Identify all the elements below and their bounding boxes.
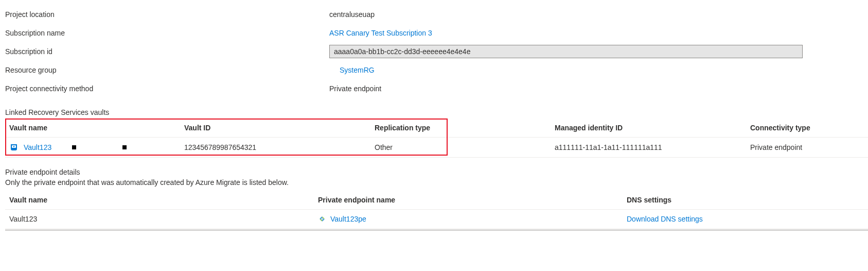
vault-icon [9, 143, 19, 152]
col-replication-type: Replication type [370, 118, 551, 138]
project-location-label: Project location [5, 10, 329, 19]
vault-name-link[interactable]: Vault123 [24, 143, 51, 151]
download-dns-settings-link[interactable]: Download DNS settings [627, 215, 703, 223]
connectivity-type-value: Private endpoint [746, 138, 868, 158]
project-location-value: centraluseuap [329, 10, 375, 19]
private-endpoint-icon [318, 215, 326, 223]
linked-vaults-title: Linked Recovery Services vaults [5, 108, 868, 116]
col-pe-vault-name: Vault name [5, 191, 314, 210]
private-endpoint-title: Private endpoint details [5, 168, 868, 176]
subscription-id-row: Subscription id [5, 42, 868, 61]
replication-type-value: Other [370, 138, 551, 158]
private-endpoint-description: Only the private endpoint that was autom… [5, 178, 868, 187]
redaction-mark [122, 145, 127, 149]
col-vault-id: Vault ID [180, 118, 370, 138]
resource-group-label: Resource group [5, 66, 329, 74]
managed-identity-id-value: a111111-11a1-1a11-111111a111 [551, 138, 746, 158]
col-vault-name: Vault name [5, 118, 180, 138]
table-row: Vault123 123456789987654321 Other a11111… [5, 138, 868, 158]
col-managed-identity-id: Managed identity ID [551, 118, 746, 138]
pe-name-link[interactable]: Vault123pe [330, 215, 366, 223]
redaction-mark [72, 145, 76, 149]
col-connectivity-type: Connectivity type [746, 118, 868, 138]
project-properties: Project location centraluseuap Subscript… [5, 5, 868, 98]
connectivity-method-label: Project connectivity method [5, 84, 329, 93]
subscription-id-field[interactable] [329, 45, 803, 58]
subscription-name-link[interactable]: ASR Canary Test Subscription 3 [329, 29, 432, 37]
page-footer-divider [5, 230, 868, 230]
col-pe-name: Private endpoint name [314, 191, 623, 210]
subscription-name-row: Subscription name ASR Canary Test Subscr… [5, 24, 868, 42]
connectivity-method-row: Project connectivity method Private endp… [5, 79, 868, 98]
connectivity-method-value: Private endpoint [329, 84, 381, 93]
linked-vaults-table: Vault name Vault ID Replication type Man… [5, 118, 868, 158]
table-row: Vault123 Vault123pe Download DNS setting… [5, 210, 868, 229]
vault-id-value: 123456789987654321 [180, 138, 370, 158]
private-endpoint-table: Vault name Private endpoint name DNS set… [5, 191, 868, 229]
subscription-name-label: Subscription name [5, 29, 329, 37]
project-location-row: Project location centraluseuap [5, 5, 868, 24]
linked-vaults-table-wrapper: Vault name Vault ID Replication type Man… [5, 118, 868, 158]
resource-group-row: Resource group SystemRG [5, 61, 868, 79]
subscription-id-label: Subscription id [5, 47, 329, 56]
col-dns-settings: DNS settings [623, 191, 868, 210]
vault-name-cell: Vault123 [9, 143, 176, 152]
svg-point-1 [13, 146, 14, 147]
pe-vault-name-value: Vault123 [5, 210, 314, 229]
resource-group-link[interactable]: SystemRG [340, 66, 375, 74]
svg-point-2 [322, 218, 323, 219]
pe-name-cell: Vault123pe [318, 215, 618, 223]
